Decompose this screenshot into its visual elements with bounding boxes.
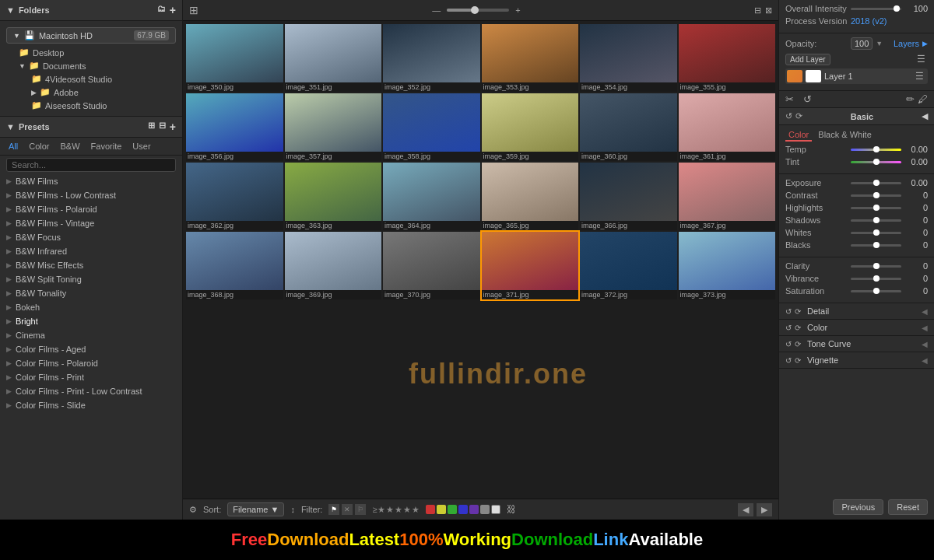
thumb-cell[interactable]: image_367.jpg <box>679 163 776 230</box>
thumb-cell[interactable]: image_351.jpg <box>285 24 382 92</box>
nav-next-arrow[interactable]: ▶ <box>757 503 772 516</box>
preset-item-colorprint[interactable]: ▶ Color Films - Print <box>0 370 182 384</box>
preset-item-bwfilms-lc[interactable]: ▶ B&W Films - Low Contrast <box>0 188 182 202</box>
tone-curve-row[interactable]: ↺ ⟳ Tone Curve ◀ <box>779 336 934 352</box>
temp-slider[interactable] <box>851 149 901 151</box>
grid-view-toggle[interactable]: ⊞ <box>189 4 198 16</box>
color-dot-red[interactable] <box>426 505 435 514</box>
thumb-cell[interactable]: image_358.jpg <box>383 93 480 161</box>
thumb-cell[interactable]: image_350.jpg <box>186 24 283 92</box>
add-layer-button[interactable]: Add Layer <box>785 54 830 65</box>
tc-reset-icon[interactable]: ↺ <box>785 340 792 348</box>
color-dot-purple[interactable] <box>469 505 479 514</box>
preset-item-colorslide[interactable]: ▶ Color Films - Slide <box>0 398 182 412</box>
tab-color[interactable]: Color <box>26 141 51 152</box>
tab-bw[interactable]: B&W <box>58 141 83 152</box>
preset-item-bwfilms[interactable]: ▶ B&W Films <box>0 174 182 188</box>
basic-expand-arrow[interactable]: ◀ <box>922 111 928 121</box>
previous-button[interactable]: Previous <box>833 499 883 515</box>
highlights-slider[interactable] <box>851 207 901 209</box>
filter-unflagged[interactable]: ⚐ <box>355 504 366 515</box>
folder-icon[interactable]: 🗂 <box>157 4 166 16</box>
color-dot-white[interactable] <box>491 505 500 514</box>
reset-section-icon[interactable]: ↺ <box>785 111 792 121</box>
preset-item-bwfilms-vin[interactable]: ▶ B&W Films - Vintage <box>0 216 182 230</box>
layers-label[interactable]: Layers <box>894 39 919 48</box>
thumb-cell[interactable]: image_363.jpg <box>285 163 382 230</box>
clarity-slider[interactable] <box>851 265 901 268</box>
folder-item-documents[interactable]: ▼ 📁 Documents <box>19 59 176 72</box>
thumb-cell[interactable]: image_357.jpg <box>285 93 382 161</box>
thumb-cell[interactable]: image_353.jpg <box>482 24 579 92</box>
zoom-slider[interactable] <box>447 9 509 12</box>
thumb-cell[interactable]: image_371.jpg <box>482 232 579 299</box>
vignette-row[interactable]: ↺ ⟳ Vignette ◀ <box>779 352 934 369</box>
sort-dropdown[interactable]: Filename ▼ <box>227 502 284 516</box>
thumb-cell[interactable]: image_365.jpg <box>482 163 579 230</box>
preset-item-bokeh[interactable]: ▶ Bokeh <box>0 300 182 314</box>
sort-direction-icon[interactable]: ↕ <box>290 505 295 514</box>
whites-slider[interactable] <box>851 232 901 234</box>
thumb-cell[interactable]: image_354.jpg <box>580 24 677 92</box>
star-icon-3[interactable]: ★ <box>395 505 402 515</box>
color-sync-icon[interactable]: ⟳ <box>795 324 801 332</box>
add-folder-icon[interactable]: + <box>170 4 176 16</box>
compare-icon[interactable]: ⊠ <box>765 5 772 16</box>
color-section-row[interactable]: ↺ ⟳ Color ◀ <box>779 320 934 336</box>
nav-prev-arrow[interactable]: ◀ <box>738 503 753 516</box>
tab-all[interactable]: All <box>6 141 20 152</box>
preset-item-coloraged[interactable]: ▶ Color Films - Aged <box>0 342 182 356</box>
preset-item-bwtonality[interactable]: ▶ B&W Tonality <box>0 286 182 300</box>
settings-icon[interactable]: ⚙ <box>189 505 197 515</box>
thumb-cell[interactable]: image_372.jpg <box>580 232 677 299</box>
intensity-slider[interactable] <box>851 8 901 10</box>
folder-item-4videosoft[interactable]: 📁 4Videosoft Studio <box>31 72 176 86</box>
vign-reset-icon[interactable]: ↺ <box>785 356 792 365</box>
color-reset-icon[interactable]: ↺ <box>785 324 792 332</box>
folder-item-adobe[interactable]: ▶ 📁 Adobe <box>31 86 176 99</box>
detail-reset-icon[interactable]: ↺ <box>785 307 792 316</box>
preset-item-bright[interactable]: ▶ Bright <box>0 314 182 328</box>
vign-sync-icon[interactable]: ⟳ <box>795 356 801 365</box>
thumb-cell[interactable]: image_368.jpg <box>186 232 283 299</box>
thumb-cell[interactable]: image_355.jpg <box>679 24 776 92</box>
rotate-icon[interactable]: ↺ <box>803 93 812 105</box>
detail-sync-icon[interactable]: ⟳ <box>795 307 801 316</box>
preset-item-bwinfrared[interactable]: ▶ B&W Infrared <box>0 244 182 258</box>
tab-user[interactable]: User <box>130 141 153 152</box>
filter-flag[interactable]: ⚑ <box>328 504 339 515</box>
thumb-cell[interactable]: image_361.jpg <box>679 93 776 161</box>
thumb-cell[interactable]: image_359.jpg <box>482 93 579 161</box>
search-input[interactable] <box>6 158 176 172</box>
filmstrip-icon[interactable]: ⊟ <box>754 5 761 16</box>
preset-item-colorpol[interactable]: ▶ Color Films - Polaroid <box>0 356 182 370</box>
folder-item-aiseesoft[interactable]: 📁 Aiseesoft Studio <box>31 99 176 112</box>
preset-item-bwfilms-pol[interactable]: ▶ B&W Films - Polaroid <box>0 202 182 216</box>
preset-item-bwfocus[interactable]: ▶ B&W Focus <box>0 230 182 244</box>
thumb-cell[interactable]: image_366.jpg <box>580 163 677 230</box>
crop-icon[interactable]: ✂ <box>785 93 794 105</box>
opacity-dropdown[interactable]: 100 <box>851 37 873 50</box>
zoom-out-icon[interactable]: — <box>432 5 441 15</box>
grid-view-icon[interactable]: ⊞ <box>148 121 155 133</box>
metadata-filter-icon[interactable]: ⛓ <box>507 504 516 515</box>
tint-slider[interactable] <box>851 161 901 163</box>
star-1[interactable]: ≥ <box>372 505 377 514</box>
detail-section-row[interactable]: ↺ ⟳ Detail ◀ <box>779 303 934 320</box>
thumb-cell[interactable]: image_369.jpg <box>285 232 382 299</box>
thumb-cell[interactable]: image_373.jpg <box>679 232 776 299</box>
preset-item-colorprintlc[interactable]: ▶ Color Films - Print - Low Contrast <box>0 384 182 398</box>
color-dot-yellow[interactable] <box>437 505 446 514</box>
saturation-slider[interactable] <box>851 290 901 292</box>
color-dot-blue[interactable] <box>458 505 468 514</box>
tc-sync-icon[interactable]: ⟳ <box>795 340 801 348</box>
color-dot-green[interactable] <box>448 505 457 514</box>
blacks-slider[interactable] <box>851 244 901 247</box>
reset-button[interactable]: Reset <box>888 499 928 515</box>
add-preset-icon[interactable]: + <box>170 121 176 133</box>
color-dot-gray[interactable] <box>480 505 490 514</box>
layer-menu-icon[interactable]: ☰ <box>913 70 926 82</box>
layers-menu-icon[interactable]: ☰ <box>915 53 928 65</box>
vibrance-slider[interactable] <box>851 278 901 280</box>
filter-x[interactable]: ✕ <box>342 504 353 515</box>
